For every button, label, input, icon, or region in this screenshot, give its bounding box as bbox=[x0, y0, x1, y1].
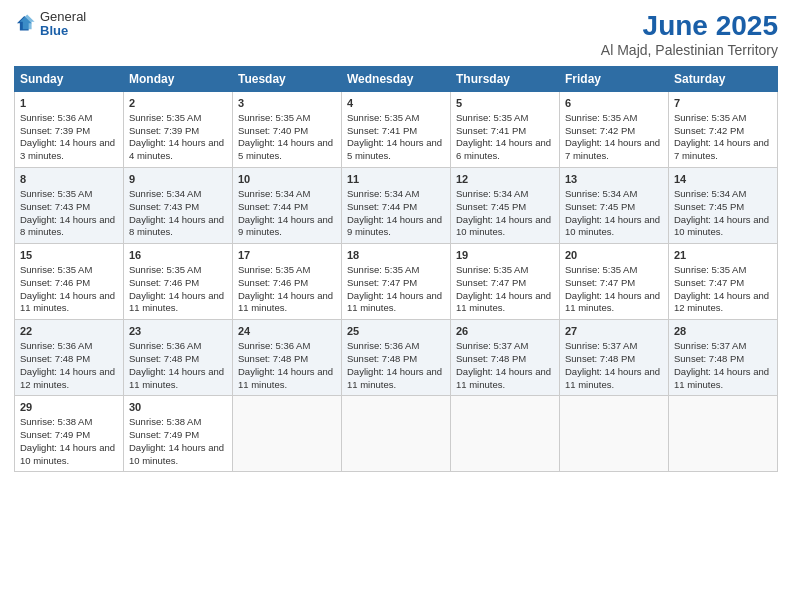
daylight: Daylight: 14 hours and 5 minutes. bbox=[347, 137, 442, 161]
calendar-cell: 15Sunrise: 5:35 AMSunset: 7:46 PMDayligh… bbox=[15, 244, 124, 320]
calendar-cell: 11Sunrise: 5:34 AMSunset: 7:44 PMDayligh… bbox=[342, 168, 451, 244]
sunset: Sunset: 7:40 PM bbox=[238, 125, 308, 136]
day-number: 9 bbox=[129, 172, 227, 187]
sunset: Sunset: 7:47 PM bbox=[565, 277, 635, 288]
day-number: 14 bbox=[674, 172, 772, 187]
day-number: 3 bbox=[238, 96, 336, 111]
sunset: Sunset: 7:46 PM bbox=[238, 277, 308, 288]
sunrise: Sunrise: 5:34 AM bbox=[129, 188, 201, 199]
calendar-cell: 18Sunrise: 5:35 AMSunset: 7:47 PMDayligh… bbox=[342, 244, 451, 320]
sunset: Sunset: 7:42 PM bbox=[674, 125, 744, 136]
calendar-cell: 1Sunrise: 5:36 AMSunset: 7:39 PMDaylight… bbox=[15, 92, 124, 168]
sunrise: Sunrise: 5:37 AM bbox=[456, 340, 528, 351]
calendar-cell: 17Sunrise: 5:35 AMSunset: 7:46 PMDayligh… bbox=[233, 244, 342, 320]
daylight: Daylight: 14 hours and 10 minutes. bbox=[129, 442, 224, 466]
daylight: Daylight: 14 hours and 10 minutes. bbox=[20, 442, 115, 466]
sunrise: Sunrise: 5:34 AM bbox=[238, 188, 310, 199]
daylight: Daylight: 14 hours and 7 minutes. bbox=[674, 137, 769, 161]
header-saturday: Saturday bbox=[669, 67, 778, 92]
calendar-cell: 21Sunrise: 5:35 AMSunset: 7:47 PMDayligh… bbox=[669, 244, 778, 320]
daylight: Daylight: 14 hours and 11 minutes. bbox=[674, 366, 769, 390]
sunrise: Sunrise: 5:38 AM bbox=[20, 416, 92, 427]
daylight: Daylight: 14 hours and 7 minutes. bbox=[565, 137, 660, 161]
day-number: 21 bbox=[674, 248, 772, 263]
daylight: Daylight: 14 hours and 11 minutes. bbox=[565, 366, 660, 390]
sunset: Sunset: 7:48 PM bbox=[238, 353, 308, 364]
calendar-cell bbox=[560, 396, 669, 472]
day-number: 5 bbox=[456, 96, 554, 111]
header-thursday: Thursday bbox=[451, 67, 560, 92]
day-number: 4 bbox=[347, 96, 445, 111]
sunset: Sunset: 7:48 PM bbox=[347, 353, 417, 364]
sunrise: Sunrise: 5:35 AM bbox=[20, 188, 92, 199]
sunrise: Sunrise: 5:34 AM bbox=[565, 188, 637, 199]
calendar-cell: 29Sunrise: 5:38 AMSunset: 7:49 PMDayligh… bbox=[15, 396, 124, 472]
daylight: Daylight: 14 hours and 6 minutes. bbox=[456, 137, 551, 161]
calendar-cell: 12Sunrise: 5:34 AMSunset: 7:45 PMDayligh… bbox=[451, 168, 560, 244]
day-number: 13 bbox=[565, 172, 663, 187]
sunrise: Sunrise: 5:34 AM bbox=[456, 188, 528, 199]
sunrise: Sunrise: 5:36 AM bbox=[238, 340, 310, 351]
daylight: Daylight: 14 hours and 8 minutes. bbox=[129, 214, 224, 238]
sunset: Sunset: 7:39 PM bbox=[20, 125, 90, 136]
daylight: Daylight: 14 hours and 11 minutes. bbox=[129, 366, 224, 390]
sunset: Sunset: 7:48 PM bbox=[20, 353, 90, 364]
calendar-cell: 5Sunrise: 5:35 AMSunset: 7:41 PMDaylight… bbox=[451, 92, 560, 168]
day-number: 17 bbox=[238, 248, 336, 263]
calendar-cell: 4Sunrise: 5:35 AMSunset: 7:41 PMDaylight… bbox=[342, 92, 451, 168]
calendar-cell bbox=[669, 396, 778, 472]
logo-blue: Blue bbox=[40, 24, 86, 38]
day-number: 18 bbox=[347, 248, 445, 263]
sunset: Sunset: 7:39 PM bbox=[129, 125, 199, 136]
calendar-cell: 19Sunrise: 5:35 AMSunset: 7:47 PMDayligh… bbox=[451, 244, 560, 320]
sunrise: Sunrise: 5:34 AM bbox=[674, 188, 746, 199]
day-number: 11 bbox=[347, 172, 445, 187]
sunset: Sunset: 7:47 PM bbox=[456, 277, 526, 288]
sunrise: Sunrise: 5:37 AM bbox=[565, 340, 637, 351]
header-row: Sunday Monday Tuesday Wednesday Thursday… bbox=[15, 67, 778, 92]
day-number: 16 bbox=[129, 248, 227, 263]
logo-text: General Blue bbox=[40, 10, 86, 39]
calendar-week-4: 22Sunrise: 5:36 AMSunset: 7:48 PMDayligh… bbox=[15, 320, 778, 396]
daylight: Daylight: 14 hours and 11 minutes. bbox=[238, 366, 333, 390]
daylight: Daylight: 14 hours and 8 minutes. bbox=[20, 214, 115, 238]
calendar-cell: 20Sunrise: 5:35 AMSunset: 7:47 PMDayligh… bbox=[560, 244, 669, 320]
sunset: Sunset: 7:49 PM bbox=[129, 429, 199, 440]
day-number: 10 bbox=[238, 172, 336, 187]
sunrise: Sunrise: 5:35 AM bbox=[347, 264, 419, 275]
day-number: 28 bbox=[674, 324, 772, 339]
calendar-title: June 2025 bbox=[601, 10, 778, 42]
sunset: Sunset: 7:47 PM bbox=[347, 277, 417, 288]
sunset: Sunset: 7:43 PM bbox=[129, 201, 199, 212]
title-block: June 2025 Al Majd, Palestinian Territory bbox=[601, 10, 778, 58]
calendar-cell: 2Sunrise: 5:35 AMSunset: 7:39 PMDaylight… bbox=[124, 92, 233, 168]
header-sunday: Sunday bbox=[15, 67, 124, 92]
sunrise: Sunrise: 5:35 AM bbox=[238, 264, 310, 275]
daylight: Daylight: 14 hours and 5 minutes. bbox=[238, 137, 333, 161]
day-number: 22 bbox=[20, 324, 118, 339]
sunset: Sunset: 7:45 PM bbox=[456, 201, 526, 212]
daylight: Daylight: 14 hours and 4 minutes. bbox=[129, 137, 224, 161]
sunrise: Sunrise: 5:36 AM bbox=[20, 112, 92, 123]
sunrise: Sunrise: 5:35 AM bbox=[129, 112, 201, 123]
calendar-cell: 23Sunrise: 5:36 AMSunset: 7:48 PMDayligh… bbox=[124, 320, 233, 396]
sunrise: Sunrise: 5:35 AM bbox=[238, 112, 310, 123]
calendar-cell: 26Sunrise: 5:37 AMSunset: 7:48 PMDayligh… bbox=[451, 320, 560, 396]
daylight: Daylight: 14 hours and 12 minutes. bbox=[674, 290, 769, 314]
calendar-cell: 10Sunrise: 5:34 AMSunset: 7:44 PMDayligh… bbox=[233, 168, 342, 244]
daylight: Daylight: 14 hours and 10 minutes. bbox=[565, 214, 660, 238]
calendar-week-2: 8Sunrise: 5:35 AMSunset: 7:43 PMDaylight… bbox=[15, 168, 778, 244]
daylight: Daylight: 14 hours and 12 minutes. bbox=[20, 366, 115, 390]
day-number: 30 bbox=[129, 400, 227, 415]
daylight: Daylight: 14 hours and 10 minutes. bbox=[674, 214, 769, 238]
sunrise: Sunrise: 5:34 AM bbox=[347, 188, 419, 199]
sunset: Sunset: 7:44 PM bbox=[347, 201, 417, 212]
sunrise: Sunrise: 5:35 AM bbox=[674, 264, 746, 275]
sunset: Sunset: 7:47 PM bbox=[674, 277, 744, 288]
header-friday: Friday bbox=[560, 67, 669, 92]
daylight: Daylight: 14 hours and 10 minutes. bbox=[456, 214, 551, 238]
calendar-cell: 28Sunrise: 5:37 AMSunset: 7:48 PMDayligh… bbox=[669, 320, 778, 396]
sunset: Sunset: 7:45 PM bbox=[565, 201, 635, 212]
day-number: 2 bbox=[129, 96, 227, 111]
calendar-cell: 6Sunrise: 5:35 AMSunset: 7:42 PMDaylight… bbox=[560, 92, 669, 168]
